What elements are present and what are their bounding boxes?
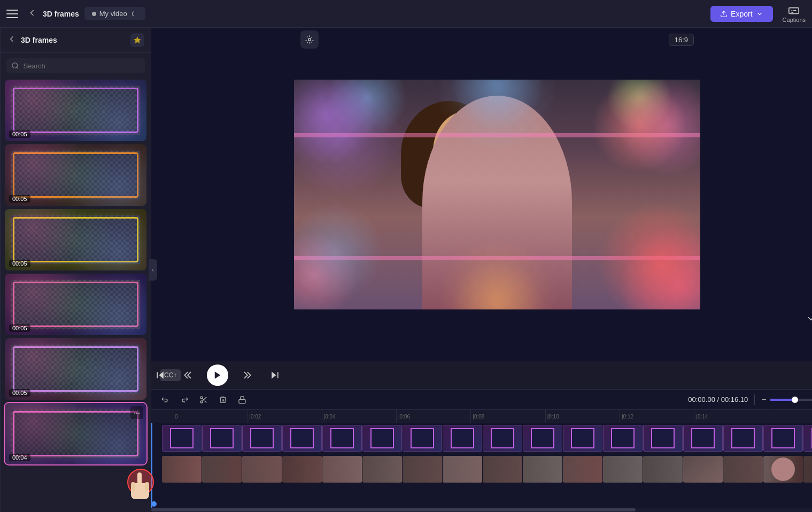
timeline-ruler: 0 |0:02 |0:04 |0:06 |0:08 |0:10 |0:12 |0… [151,410,812,423]
preview-canvas: 16:9 [151,28,812,361]
frame-clip[interactable] [322,425,362,452]
video-tab[interactable]: My video [84,7,145,20]
undo-button[interactable] [158,392,173,407]
next-button[interactable] [266,366,284,384]
frame-clip[interactable] [563,425,602,452]
video-clip[interactable] [162,456,202,483]
frame-clip[interactable] [643,425,683,452]
video-clip[interactable] [483,456,522,483]
preview-settings-button[interactable] [300,30,319,49]
frame-clip[interactable] [723,425,763,452]
delete-button[interactable] [215,392,230,407]
captions-label: Captions [783,17,806,23]
topbar-back-button[interactable] [27,7,37,20]
video-clip[interactable] [763,456,803,483]
video-clip[interactable] [723,456,763,483]
frame-thumbnail-1[interactable]: 00:05 [5,80,146,141]
panel-back-button[interactable] [7,34,17,46]
video-clip[interactable] [643,456,683,483]
svg-line-31 [205,400,207,402]
frame-thumbnail-6[interactable]: ··· 00:04 Add to timeline [5,403,146,464]
content-panel: 3D frames 00:05 [1,28,151,512]
ruler-mark-4: |0:08 [470,410,545,423]
cc-button[interactable]: CC+ [160,369,181,381]
track-frames [162,423,812,454]
frame-thumbnail-4[interactable]: 00:05 [5,274,146,335]
frame-clip[interactable] [403,425,442,452]
lock-button[interactable] [235,392,250,407]
zoom-out-button[interactable]: − [761,395,766,405]
zoom-slider[interactable] [770,399,812,401]
search-input[interactable] [24,62,141,70]
video-clip[interactable] [282,456,322,483]
svg-point-28 [200,397,203,399]
video-clip[interactable] [443,456,482,483]
ruler-mark-2: |0:04 [322,410,396,423]
panel-collapse-button[interactable]: ‹ [149,259,157,281]
frame-clip[interactable] [523,425,562,452]
topbar: 3D frames My video Export Captions [0,0,812,28]
video-clip[interactable] [523,456,562,483]
more-options-button[interactable]: ··· [130,406,143,419]
ruler-mark-1: |0:02 [247,410,321,423]
svg-line-32 [202,398,204,400]
thumbnails-grid: 00:05 00:05 00:05 [1,76,151,512]
frame-clip[interactable] [603,425,643,452]
search-bar [6,58,145,73]
video-clip[interactable] [202,456,242,483]
duration-1: 00:05 [9,130,30,138]
export-label: Export [731,10,752,18]
rewind-button[interactable] [179,366,197,384]
frame-clip[interactable] [202,425,242,452]
frame-clip[interactable] [162,425,202,452]
video-clip[interactable] [242,456,282,483]
cut-button[interactable] [196,392,211,407]
redo-button[interactable] [177,392,192,407]
video-clip[interactable] [362,456,402,483]
ruler-mark-8 [769,410,812,423]
ruler-mark-0: 0 [173,410,247,423]
timeline-scrollbar[interactable] [151,508,812,512]
play-button[interactable] [207,364,228,386]
duration-6: 00:04 [9,454,30,461]
duration-5: 00:05 [9,389,30,397]
panel-header: 3D frames [1,28,151,53]
svg-point-22 [308,38,311,41]
preview-more-button[interactable] [806,313,812,326]
frame-clip[interactable] [362,425,402,452]
scrollbar-thumb[interactable] [151,508,636,511]
video-clip[interactable] [322,456,362,483]
menu-button[interactable] [6,6,21,21]
search-icon [11,61,19,70]
premium-icon[interactable] [130,33,144,47]
svg-rect-33 [239,399,245,403]
frame-thumbnail-5[interactable]: 00:05 [5,338,146,400]
video-clip[interactable] [603,456,643,483]
svg-marker-14 [134,36,141,43]
export-button[interactable]: Export [710,6,772,22]
duration-3: 00:05 [9,260,30,267]
video-clip[interactable] [403,456,442,483]
ruler-mark-5: |0:10 [545,410,620,423]
aspect-ratio-selector[interactable]: 16:9 [669,34,694,46]
video-tab-label: My video [99,10,127,18]
frame-clip[interactable] [282,425,322,452]
frame-clip[interactable] [242,425,282,452]
svg-point-29 [200,401,203,403]
frame-clip[interactable] [483,425,522,452]
frame-clip[interactable] [443,425,482,452]
video-clip[interactable] [563,456,602,483]
video-clip[interactable] [683,456,723,483]
frame-clip[interactable] [763,425,803,452]
captions-button[interactable]: Captions [783,5,806,23]
frame-clip[interactable] [803,425,812,452]
timeline-area: 00:00.00 / 00:16.10 − + [151,389,812,512]
ruler-mark-6: |0:12 [620,410,694,423]
timeline-tracks [151,423,812,508]
frame-thumbnail-2[interactable]: 00:05 [5,144,146,206]
frame-clip[interactable] [683,425,723,452]
frame-thumbnail-3[interactable]: 00:05 [5,209,146,270]
forward-button[interactable] [238,366,256,384]
video-clip[interactable] [803,456,812,483]
preview-area: 16:9 CC+ [151,28,812,512]
